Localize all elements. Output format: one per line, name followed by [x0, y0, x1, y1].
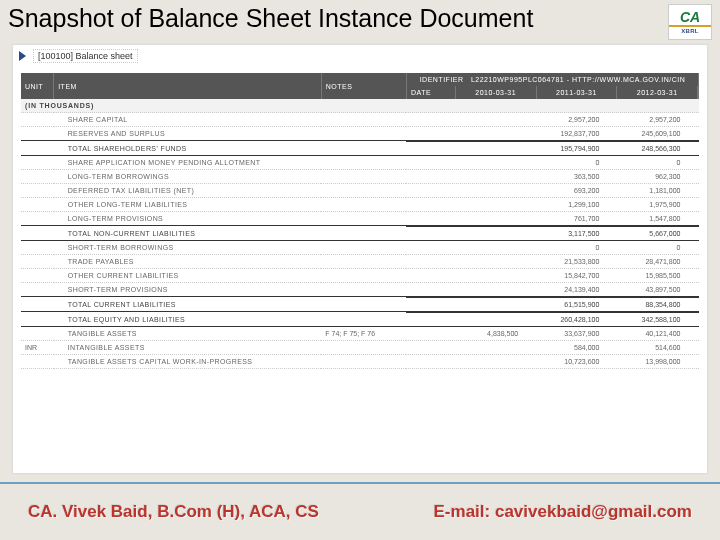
value-cell [455, 184, 536, 197]
item-cell: SHARE CAPITAL [54, 113, 322, 127]
value-cell: 1,181,000 [617, 184, 698, 197]
notes-cell [321, 341, 406, 355]
date-1: 2011-03-31 [536, 86, 617, 99]
item-cell: INTANGIBLE ASSETS [54, 341, 322, 355]
item-cell: TRADE PAYABLES [54, 255, 322, 269]
value-cell: 28,471,800 [617, 255, 698, 268]
value-cell [455, 113, 536, 126]
values-cell: 192,837,700245,609,100 [406, 127, 698, 141]
value-cell: 2,957,200 [536, 113, 617, 126]
values-cell: 21,533,80028,471,800 [406, 255, 698, 269]
value-cell [455, 227, 536, 241]
notes-cell [321, 212, 406, 226]
value-cell: 363,500 [536, 170, 617, 183]
author-credit: CA. Vivek Baid, B.Com (H), ACA, CS [28, 502, 319, 522]
table-row: INRINTANGIBLE ASSETS584,000514,600 [21, 341, 699, 355]
title-bar: Snapshot of Balance Sheet Instance Docum… [0, 0, 720, 42]
value-cell [455, 170, 536, 183]
values-cell: 61,515,90088,354,800 [406, 297, 698, 312]
notes-cell [321, 269, 406, 283]
arrow-right-icon [19, 51, 26, 61]
col-item: ITEM [54, 73, 322, 99]
sheet-code-title: [100100] Balance sheet [33, 49, 138, 63]
table-row: TOTAL EQUITY AND LIABILITIES260,428,1003… [21, 312, 699, 327]
values-cell: 761,7001,547,800 [406, 212, 698, 226]
notes-cell [321, 241, 406, 255]
unit-cell [21, 198, 54, 212]
value-cell [455, 313, 536, 327]
value-cell: 514,600 [617, 341, 698, 354]
values-cell: 3,117,5005,667,000 [406, 226, 698, 241]
item-cell: TOTAL EQUITY AND LIABILITIES [54, 312, 322, 327]
table-row: TANGIBLE ASSETS CAPITAL WORK-IN-PROGRESS… [21, 355, 699, 369]
value-cell [455, 212, 536, 225]
value-cell: 15,842,700 [536, 269, 617, 282]
unit-cell [21, 327, 54, 341]
values-cell: 00 [406, 241, 698, 255]
date-header-group: DATE 2010-03-31 2011-03-31 2012-03-31 [406, 86, 698, 99]
value-cell: 4,838,500 [455, 327, 536, 340]
value-cell: 43,897,500 [617, 283, 698, 296]
value-cell: 342,588,100 [617, 313, 698, 327]
value-cell [455, 156, 536, 169]
unit-cell [21, 212, 54, 226]
value-cell [455, 241, 536, 254]
table-row: SHARE CAPITAL2,957,2002,957,200 [21, 113, 699, 127]
value-cell: 0 [536, 241, 617, 254]
table-row: TOTAL SHAREHOLDERS' FUNDS195,794,900248,… [21, 141, 699, 156]
notes-cell [321, 255, 406, 269]
value-cell: 0 [536, 156, 617, 169]
unit-cell [21, 170, 54, 184]
unit-cell [21, 355, 54, 369]
unit-cell [21, 297, 54, 312]
email-label: E-mail: [434, 502, 491, 521]
table-row: OTHER CURRENT LIABILITIES15,842,70015,98… [21, 269, 699, 283]
table-row: SHARE APPLICATION MONEY PENDING ALLOTMEN… [21, 156, 699, 170]
table-row: TRADE PAYABLES21,533,80028,471,800 [21, 255, 699, 269]
logo-xbrl: XBRL [681, 28, 699, 34]
value-cell: 584,000 [536, 341, 617, 354]
table-row: DEFERRED TAX LIABILITIES (NET)693,2001,1… [21, 184, 699, 198]
item-cell: RESERVES AND SURPLUS [54, 127, 322, 141]
table-row: OTHER LONG-TERM LIABILITIES1,299,1001,97… [21, 198, 699, 212]
table-row: LONG-TERM BORROWINGS363,500962,300 [21, 170, 699, 184]
value-cell: 24,139,400 [536, 283, 617, 296]
value-cell: 33,637,900 [536, 327, 617, 340]
notes-cell [321, 170, 406, 184]
header-row-1: UNIT ITEM NOTES IDENTIFIER L22210WP995PL… [21, 73, 699, 86]
table-row: RESERVES AND SURPLUS192,837,700245,609,1… [21, 127, 699, 141]
table-row: SHORT-TERM BORROWINGS00 [21, 241, 699, 255]
in-thousands-label: (IN THOUSANDS) [21, 99, 699, 113]
table-row: TOTAL CURRENT LIABILITIES61,515,90088,35… [21, 297, 699, 312]
page-title: Snapshot of Balance Sheet Instance Docum… [8, 4, 668, 33]
notes-cell [321, 156, 406, 170]
date-2: 2012-03-31 [617, 86, 698, 99]
item-cell: LONG-TERM PROVISIONS [54, 212, 322, 226]
unit-cell [21, 156, 54, 170]
value-cell: 248,566,300 [617, 142, 698, 156]
unit-cell [21, 283, 54, 297]
value-cell: 88,354,800 [617, 298, 698, 312]
value-cell [455, 269, 536, 282]
notes-cell [321, 184, 406, 198]
unit-cell [21, 312, 54, 327]
col-date-label: DATE [407, 86, 455, 99]
table-row: LONG-TERM PROVISIONS761,7001,547,800 [21, 212, 699, 226]
notes-cell [321, 283, 406, 297]
values-cell: 693,2001,181,000 [406, 184, 698, 198]
item-cell: SHORT-TERM PROVISIONS [54, 283, 322, 297]
col-unit: UNIT [21, 73, 54, 99]
item-cell: DEFERRED TAX LIABILITIES (NET) [54, 184, 322, 198]
notes-cell [321, 127, 406, 141]
notes-cell [321, 297, 406, 312]
values-cell: 195,794,900248,566,300 [406, 141, 698, 156]
item-cell: SHARE APPLICATION MONEY PENDING ALLOTMEN… [54, 156, 322, 170]
table-row: TOTAL NON-CURRENT LIABILITIES3,117,5005,… [21, 226, 699, 241]
value-cell: 15,985,500 [617, 269, 698, 282]
unit-cell [21, 184, 54, 198]
value-cell [455, 142, 536, 156]
notes-cell [321, 198, 406, 212]
value-cell: 61,515,900 [536, 298, 617, 312]
values-cell: 4,838,50033,637,90040,121,400 [406, 327, 698, 341]
author-email: E-mail: cavivekbaid@gmail.com [434, 502, 692, 522]
